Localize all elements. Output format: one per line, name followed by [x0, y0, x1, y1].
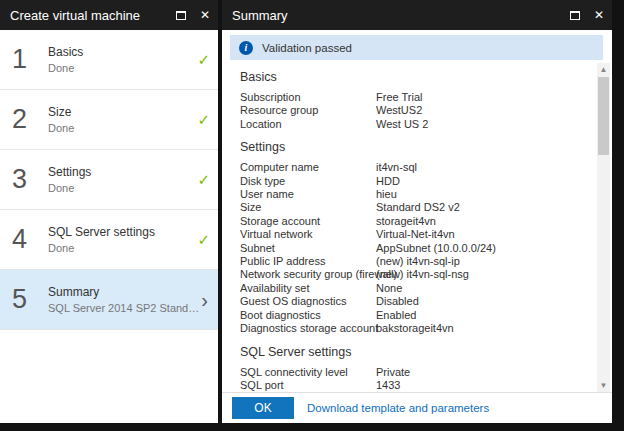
step-item-size[interactable]: 2SizeDone✓ — [0, 90, 218, 150]
row-label: Computer name — [240, 161, 376, 174]
step-item-basics[interactable]: 1BasicsDone✓ — [0, 30, 218, 90]
steps-list: 1BasicsDone✓2SizeDone✓3SettingsDone✓4SQL… — [0, 30, 218, 330]
step-number: 4 — [12, 224, 40, 255]
row-value: (new) it4vn-sql-ip — [376, 255, 578, 268]
step-text: SummarySQL Server 2014 SP2 Standard ... — [48, 285, 201, 314]
row-value: it4vn-sql — [376, 161, 578, 174]
row-value: None — [376, 282, 578, 295]
close-icon[interactable]: ✕ — [594, 9, 604, 21]
maximize-icon[interactable] — [570, 11, 580, 20]
step-item-settings[interactable]: 3SettingsDone✓ — [0, 150, 218, 210]
step-status: Done — [48, 122, 197, 134]
window-controls: ✕ — [176, 9, 210, 21]
row-label: Storage account — [240, 215, 376, 228]
row-value: Disabled — [376, 295, 578, 308]
summary-sections: BasicsSubscriptionFree TrialResource gro… — [222, 63, 612, 392]
row-value: WestUS2 — [376, 104, 578, 117]
step-label: Settings — [48, 165, 197, 179]
row-value: (new) it4vn-sql-nsg — [376, 268, 578, 281]
create-vm-blade-header: Create virtual machine ✕ — [0, 0, 218, 30]
summary-row: Resource groupWestUS2 — [240, 104, 578, 117]
check-icon: ✓ — [197, 111, 210, 129]
chevron-right-icon: › — [201, 290, 208, 310]
row-value: AppSubnet (10.0.0.0/24) — [376, 242, 578, 255]
step-item-sql-server-settings[interactable]: 4SQL Server settingsDone✓ — [0, 210, 218, 270]
row-value: Standard DS2 v2 — [376, 201, 578, 214]
scroll-down-icon[interactable]: ▼ — [597, 379, 610, 392]
step-status: Done — [48, 62, 197, 74]
create-vm-blade: Create virtual machine ✕ 1BasicsDone✓2Si… — [0, 0, 218, 423]
row-label: Network security group (firewall) — [240, 268, 376, 281]
summary-row: User namehieu — [240, 188, 578, 201]
row-label: Disk type — [240, 175, 376, 188]
summary-row: Virtual networkVirtual-Net-it4vn — [240, 228, 578, 241]
info-icon: i — [239, 41, 253, 55]
summary-row: Computer nameit4vn-sql — [240, 161, 578, 174]
step-number: 1 — [12, 44, 40, 75]
row-value: hieu — [376, 188, 578, 201]
section-title: Basics — [240, 70, 578, 84]
row-label: Availability set — [240, 282, 376, 295]
row-value: West US 2 — [376, 118, 578, 131]
row-label: Virtual network — [240, 228, 376, 241]
summary-row: Network security group (firewall)(new) i… — [240, 268, 578, 281]
scrollbar[interactable]: ▲ ▼ — [597, 63, 610, 392]
step-number: 2 — [12, 104, 40, 135]
section-title: SQL Server settings — [240, 345, 578, 359]
validation-banner: i Validation passed — [230, 35, 603, 60]
summary-row: Guest OS diagnosticsDisabled — [240, 295, 578, 308]
step-number: 3 — [12, 164, 40, 195]
download-template-link[interactable]: Download template and parameters — [307, 402, 489, 414]
summary-row: Diagnostics storage accountbakstorageit4… — [240, 322, 578, 335]
create-vm-title: Create virtual machine — [10, 8, 176, 23]
row-label: SQL port — [240, 379, 376, 392]
step-item-summary[interactable]: 5SummarySQL Server 2014 SP2 Standard ...… — [0, 270, 218, 330]
step-label: Size — [48, 105, 197, 119]
summary-title: Summary — [232, 8, 570, 23]
ok-button[interactable]: OK — [232, 397, 294, 419]
row-label: Guest OS diagnostics — [240, 295, 376, 308]
summary-row: Boot diagnosticsEnabled — [240, 309, 578, 322]
row-value: Virtual-Net-it4vn — [376, 228, 578, 241]
step-status: Done — [48, 182, 197, 194]
scrollbar-thumb[interactable] — [598, 77, 609, 155]
step-status: Done — [48, 242, 197, 254]
row-label: Location — [240, 118, 376, 131]
scroll-up-icon[interactable]: ▲ — [597, 63, 610, 76]
summary-blade-header: Summary ✕ — [222, 0, 612, 30]
summary-row: Storage accountstorageit4vn — [240, 215, 578, 228]
step-text: SQL Server settingsDone — [48, 225, 197, 254]
row-label: SQL connectivity level — [240, 366, 376, 379]
check-icon: ✓ — [197, 171, 210, 189]
row-value: HDD — [376, 175, 578, 188]
step-text: SettingsDone — [48, 165, 197, 194]
step-status: SQL Server 2014 SP2 Standard ... — [48, 302, 201, 314]
step-label: Summary — [48, 285, 201, 299]
step-text: BasicsDone — [48, 45, 197, 74]
summary-row: SQL port1433 — [240, 379, 578, 392]
row-value: Enabled — [376, 309, 578, 322]
summary-blade: Summary ✕ i Validation passed BasicsSubs… — [222, 0, 612, 423]
step-number: 5 — [12, 284, 40, 315]
check-icon: ✓ — [197, 231, 210, 249]
row-label: Boot diagnostics — [240, 309, 376, 322]
row-value: Free Trial — [376, 91, 578, 104]
row-value: bakstorageit4vn — [376, 322, 578, 335]
summary-row: SizeStandard DS2 v2 — [240, 201, 578, 214]
maximize-icon[interactable] — [176, 11, 186, 20]
row-label: Subscription — [240, 91, 376, 104]
row-value: 1433 — [376, 379, 578, 392]
summary-row: Availability setNone — [240, 282, 578, 295]
step-text: SizeDone — [48, 105, 197, 134]
step-label: SQL Server settings — [48, 225, 197, 239]
summary-row: Public IP address(new) it4vn-sql-ip — [240, 255, 578, 268]
validation-banner-text: Validation passed — [262, 42, 352, 54]
summary-row: SubscriptionFree Trial — [240, 91, 578, 104]
row-label: Resource group — [240, 104, 376, 117]
row-label: User name — [240, 188, 376, 201]
row-label: Diagnostics storage account — [240, 322, 376, 335]
row-label: Subnet — [240, 242, 376, 255]
summary-row: Disk typeHDD — [240, 175, 578, 188]
summary-row: SQL connectivity levelPrivate — [240, 366, 578, 379]
close-icon[interactable]: ✕ — [200, 9, 210, 21]
